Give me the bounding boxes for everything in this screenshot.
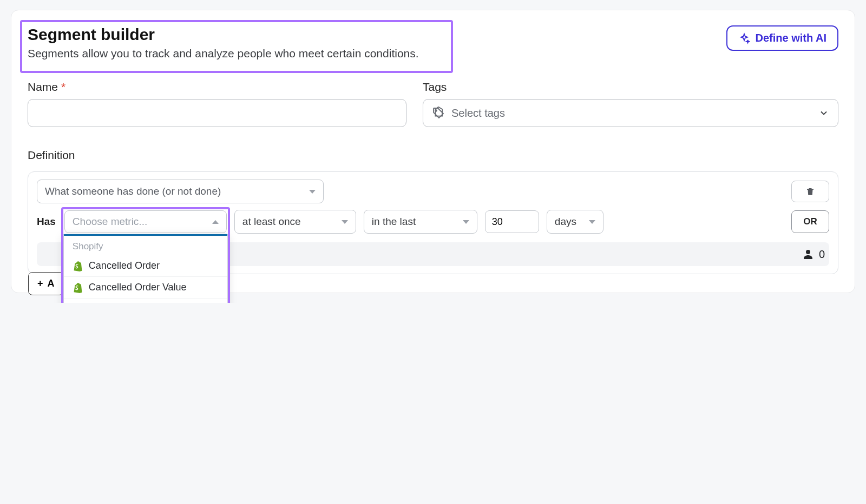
header-left: Segment builder Segments allow you to tr… [28,25,419,60]
condition-row-1: What someone has done (or not done) [37,180,829,203]
chevron-down-icon [818,108,829,118]
name-column: Name* [28,81,406,127]
caret-down-icon [342,220,348,224]
dropdown-item[interactable]: Cancelled Order [64,255,227,277]
caret-down-icon [589,220,595,224]
trash-icon [805,187,815,196]
tags-placeholder: Select tags [451,107,505,120]
definition-label: Definition [28,149,838,162]
person-icon [802,248,815,261]
dropdown-item-label: Cancelled Order Value [89,282,187,293]
sparkle-icon [738,32,750,44]
shopify-icon [73,261,83,271]
dropdown-item[interactable]: Checkout Started [64,299,227,303]
tags-select[interactable]: Select tags [423,99,838,127]
metric-select[interactable]: Choose metric... [64,210,227,233]
form-row: Name* Tags Select tags [28,81,838,127]
svg-point-0 [435,110,437,111]
metric-dropdown: Shopify Cancelled OrderCancelled Order V… [63,234,228,303]
segment-builder-card: Segment builder Segments allow you to tr… [11,10,855,293]
frequency-value: at least once [242,216,301,228]
caret-up-icon [212,220,219,224]
timeframe-select[interactable]: in the last [364,210,477,234]
and-label: A [48,278,55,289]
name-label: Name* [28,81,406,94]
condition-type-select[interactable]: What someone has done (or not done) [37,180,324,203]
frequency-select[interactable]: at least once [234,210,356,234]
dropdown-item[interactable]: Cancelled Order Value [64,277,227,299]
caret-down-icon [309,190,316,194]
condition-row-2: Has Choose metric... Shopify Cancelled O… [37,210,829,234]
page-subtitle: Segments allow you to track and analyze … [28,47,419,60]
define-with-ai-button[interactable]: Define with AI [726,25,838,51]
unit-value: days [555,216,576,228]
page-title: Segment builder [28,25,419,44]
metric-placeholder: Choose metric... [73,216,147,228]
name-input[interactable] [28,99,406,127]
tags-column: Tags Select tags [423,81,838,127]
and-button[interactable]: + A [28,272,64,295]
tags-label: Tags [423,81,838,94]
definition-box: What someone has done (or not done) Has … [28,171,838,274]
caret-down-icon [463,220,469,224]
svg-point-1 [806,250,810,254]
define-with-ai-label: Define with AI [756,32,826,44]
has-label: Has [37,216,56,228]
shopify-icon [73,282,83,293]
name-label-text: Name [28,81,58,93]
unit-select[interactable]: days [547,210,603,234]
dropdown-item-label: Cancelled Order [89,260,160,271]
timeframe-value: in the last [372,216,416,228]
condition-type-value: What someone has done (or not done) [45,185,221,197]
or-button[interactable]: OR [791,210,829,233]
number-input[interactable] [485,210,539,233]
metric-control: Choose metric... Shopify Cancelled Order… [64,210,227,233]
header-row: Segment builder Segments allow you to tr… [28,25,838,60]
dropdown-group-shopify: Shopify [64,236,227,255]
delete-condition-button[interactable] [791,181,829,202]
tag-icon [432,107,445,120]
stats-count: 0 [819,248,825,261]
required-star: * [61,81,65,93]
